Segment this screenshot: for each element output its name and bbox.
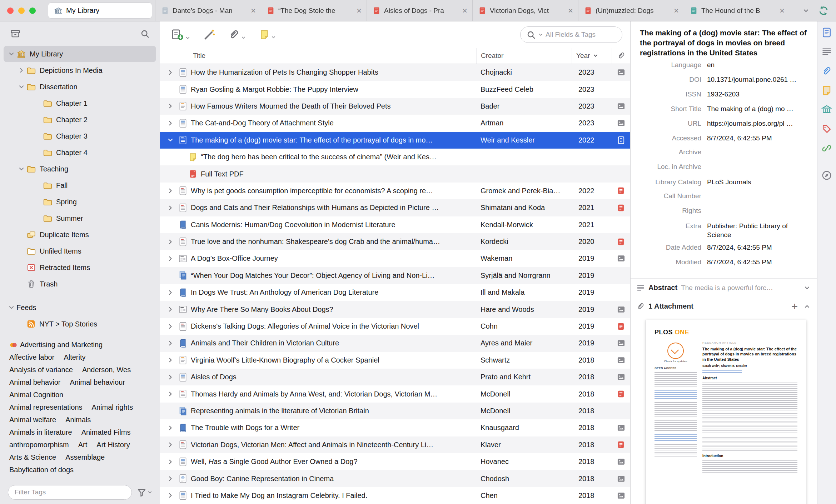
expand-icon[interactable] (166, 187, 175, 194)
tag-item[interactable]: Alterity (64, 353, 85, 361)
attachments-section-header[interactable]: 1 Attachment + (631, 297, 817, 315)
column-header-creator[interactable]: Creator (476, 48, 572, 64)
item-row[interactable]: A Dog’s Box-Office JourneyWakeman2019 (160, 250, 630, 267)
reader-tab-the-dog-stole-the[interactable]: “The Dog Stole the× (261, 0, 367, 21)
chevron-down-icon[interactable] (538, 32, 543, 38)
sidebar-item-depictions-in-media[interactable]: Depictions In Media (4, 62, 156, 79)
tag-item[interactable]: Advertising and Marketing (9, 341, 103, 349)
expand-icon[interactable] (166, 120, 175, 127)
collapse-icon[interactable] (16, 165, 26, 173)
tag-item[interactable]: Animal rights (92, 403, 133, 411)
sidebar-item-nyt-top-stories[interactable]: NYT > Top Stories (4, 316, 156, 332)
field-value[interactable]: 1932-6203 (707, 90, 811, 99)
expand-icon[interactable] (166, 390, 175, 398)
field-value[interactable]: PLoS Journals (707, 178, 811, 187)
sidebar-item-summer[interactable]: Summer (4, 210, 156, 226)
item-row[interactable]: How the Humanization of Pets Is Changing… (160, 64, 630, 81)
item-row[interactable]: Well, Has a Single Good Author Ever Owne… (160, 453, 630, 470)
new-item-button[interactable] (171, 29, 190, 41)
close-window-button[interactable] (7, 8, 14, 14)
expand-icon[interactable] (16, 67, 26, 74)
tag-item[interactable]: anthropomorphism (9, 441, 69, 449)
sidebar-item-chapter-1[interactable]: Chapter 1 (4, 95, 156, 111)
collapse-icon[interactable] (16, 83, 26, 90)
reader-tab-aisles-of-dogs-pra[interactable]: Aisles of Dogs - Pra× (367, 0, 472, 21)
collection-search-icon[interactable] (140, 29, 150, 39)
close-icon[interactable]: × (779, 6, 785, 15)
sidebar-item-dissertation[interactable]: Dissertation (4, 79, 156, 95)
sidebar-item-fall[interactable]: Fall (4, 177, 156, 194)
zoom-window-button[interactable] (29, 8, 36, 14)
library-tab[interactable]: My Library (48, 3, 152, 19)
abstract-section[interactable]: Abstract The media is a powerful forc… (631, 278, 817, 297)
field-value[interactable]: 8/7/2024, 6:42:55 PM (707, 243, 811, 252)
tag-item[interactable]: Assemblage (65, 453, 105, 461)
tab-overflow-chevron-icon[interactable] (802, 7, 810, 14)
item-row[interactable]: I Tried to Make My Dog an Instagram Cele… (160, 487, 630, 504)
sidebar-item-teaching[interactable]: Teaching (4, 161, 156, 177)
item-row[interactable]: Virginia Woolf's Little-Known Biography … (160, 352, 630, 369)
tag-item[interactable]: Animals in literature (9, 428, 72, 436)
sidebar-item-retracted-items[interactable]: Retracted Items (4, 259, 156, 276)
field-value[interactable]: 8/7/2024, 6:42:55 PM (707, 134, 811, 143)
tag-item[interactable]: Analysis of variance (9, 366, 73, 374)
reader-tab-dante-s-dogs-man[interactable]: Dante’s Dogs - Man× (155, 0, 261, 21)
item-row[interactable]: The Trouble with Dogs for a WriterKnausg… (160, 419, 630, 436)
tag-item[interactable]: Animal behaviour (70, 378, 125, 386)
field-value[interactable]: The making of a (dog) mo … (707, 104, 811, 114)
close-icon[interactable]: × (673, 6, 680, 15)
sidebar-item-chapter-2[interactable]: Chapter 2 (4, 111, 156, 128)
field-value[interactable]: Publisher: Public Library of Science (707, 221, 811, 240)
item-row[interactable]: The Cat-and-Dog Theory of Attachment Sty… (160, 115, 630, 131)
item-row[interactable]: “The dog hero has been critical to the s… (160, 149, 630, 165)
item-row[interactable]: Representing animals in the literature o… (160, 403, 630, 419)
field-value[interactable]: 8/7/2024, 6:42:55 PM (707, 258, 811, 267)
tag-item[interactable]: Affective labor (9, 353, 54, 361)
collections-menu-icon[interactable] (10, 29, 21, 39)
sidebar-item-trash[interactable]: Trash (4, 276, 156, 292)
collapse-icon[interactable] (166, 136, 175, 144)
item-row[interactable]: Why Are There So Many Books About Dogs?H… (160, 301, 630, 318)
chevron-down-icon[interactable] (803, 284, 811, 291)
expand-icon[interactable] (166, 255, 175, 262)
item-row[interactable]: Dickens's Talking Dogs: Allegories of An… (160, 318, 630, 335)
item-row[interactable]: True love and the nonhuman: Shakespeare'… (160, 233, 630, 250)
expand-icon[interactable] (166, 441, 175, 448)
item-row[interactable]: Why is pet goods consumption imperceptib… (160, 183, 630, 199)
close-icon[interactable]: × (567, 6, 574, 15)
collapse-icon[interactable] (6, 50, 16, 58)
field-value[interactable]: https://journals.plos.org/pl … (707, 119, 811, 128)
close-icon[interactable]: × (250, 6, 257, 15)
tag-filter-input[interactable] (8, 485, 132, 500)
tag-item[interactable]: Arts & Science (9, 453, 56, 461)
sync-icon[interactable] (818, 5, 829, 16)
item-row[interactable]: Dogs and Cats and Their Relationships wi… (160, 199, 630, 216)
item-row[interactable]: “When Your Dog Matches Your Decor”: Obje… (160, 267, 630, 284)
related-icon[interactable] (821, 143, 832, 154)
reader-tab-victorian-dogs-vict[interactable]: Victorian Dogs, Vict× (472, 0, 578, 21)
sidebar-item-chapter-4[interactable]: Chapter 4 (4, 144, 156, 161)
attachments-icon[interactable] (821, 66, 832, 76)
field-value[interactable]: en (707, 62, 811, 70)
reader-tab-un-muzzled-dogs[interactable]: (Un)muzzled: Dogs× (578, 0, 684, 21)
item-row[interactable]: Good Boy: Canine Representation in Cinem… (160, 470, 630, 487)
tags-icon[interactable] (821, 124, 832, 134)
expand-icon[interactable] (166, 475, 175, 482)
add-by-identifier-button[interactable] (203, 29, 215, 41)
expand-icon[interactable] (166, 103, 175, 110)
item-row[interactable]: Full Text PDF (160, 165, 630, 182)
libraries-icon[interactable] (821, 104, 832, 115)
tag-item[interactable]: Animated Films (81, 428, 131, 436)
tag-item[interactable]: Animal welfare (9, 416, 56, 424)
sidebar-item-spring[interactable]: Spring (4, 194, 156, 210)
chevron-up-icon[interactable] (803, 303, 811, 310)
expand-icon[interactable] (166, 340, 175, 347)
expand-icon[interactable] (166, 306, 175, 313)
expand-icon[interactable] (166, 204, 175, 211)
tag-filter-options-button[interactable] (137, 488, 153, 497)
item-row[interactable]: How Famous Writers Mourned the Death of … (160, 98, 630, 115)
close-icon[interactable]: × (356, 6, 362, 15)
column-header-attachment[interactable] (612, 48, 630, 64)
item-row[interactable]: In Dogs We Trust: An Anthology of Americ… (160, 284, 630, 301)
tag-item[interactable]: Art History (96, 441, 130, 449)
